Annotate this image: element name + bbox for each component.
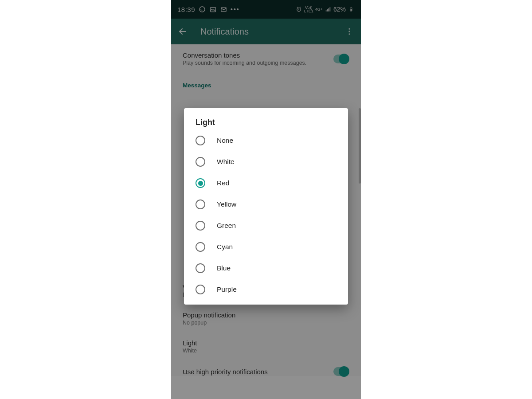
radio-icon [196,263,205,273]
radio-icon [196,200,205,209]
radio-option-cyan[interactable]: Cyan [184,236,348,258]
radio-icon [196,242,205,252]
radio-label: Yellow [217,200,236,208]
radio-label: Blue [217,264,231,272]
radio-option-none[interactable]: None [184,130,348,151]
radio-label: Cyan [217,243,233,251]
radio-icon [196,285,205,294]
radio-label: None [217,137,233,145]
radio-icon [196,157,205,167]
light-dialog: Light None White Red Yellow Green Cyan B… [184,108,348,305]
radio-icon [196,221,205,231]
radio-label: Purple [217,286,237,293]
phone-frame: 18:39 ••• Vo))LTE1 4G+ 62% [171,0,361,399]
radio-option-green[interactable]: Green [184,215,348,236]
radio-option-red[interactable]: Red [184,172,348,194]
radio-label: Green [217,222,236,230]
radio-option-purple[interactable]: Purple [184,279,348,300]
radio-label: Red [217,179,229,187]
radio-option-yellow[interactable]: Yellow [184,194,348,215]
dialog-title: Light [184,118,348,130]
radio-icon [196,178,205,188]
radio-option-white[interactable]: White [184,151,348,172]
radio-label: White [217,158,235,166]
radio-option-blue[interactable]: Blue [184,258,348,279]
radio-icon [196,136,205,145]
